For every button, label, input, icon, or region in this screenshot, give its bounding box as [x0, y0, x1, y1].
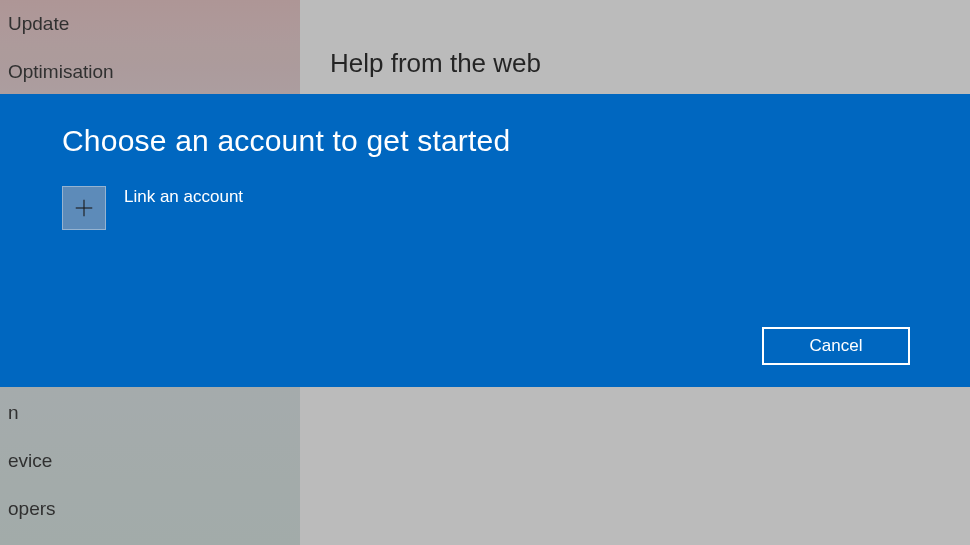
account-picker-dialog: Choose an account to get started Link an…: [0, 94, 970, 387]
plus-icon: [62, 186, 106, 230]
link-account-button[interactable]: Link an account: [62, 186, 243, 230]
cancel-button[interactable]: Cancel: [762, 327, 910, 365]
dialog-footer: Cancel: [62, 327, 910, 365]
dialog-title: Choose an account to get started: [62, 124, 910, 158]
link-account-label: Link an account: [124, 187, 243, 207]
